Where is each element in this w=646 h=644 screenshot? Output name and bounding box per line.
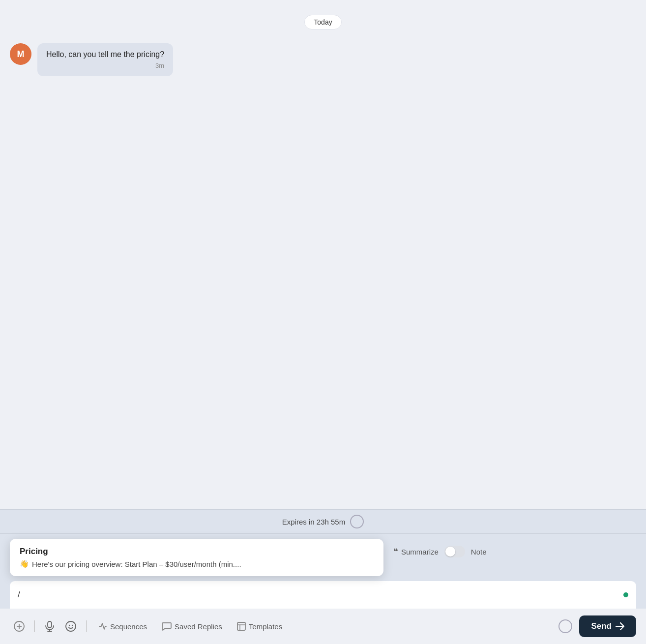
send-icon <box>616 622 624 630</box>
summarize-button[interactable]: ❝ Summarize <box>393 546 439 557</box>
expires-toggle[interactable] <box>350 515 364 528</box>
microphone-icon <box>45 621 55 632</box>
message-bubble: Hello, can you tell me the pricing? 3m <box>37 43 173 76</box>
send-button[interactable]: Send <box>579 615 636 637</box>
online-indicator <box>623 592 628 597</box>
message-time: 3m <box>46 62 164 69</box>
suggestion-text: Here's our pricing overview: Start Plan … <box>32 560 241 568</box>
sequences-label: Sequences <box>110 622 147 631</box>
templates-label: Templates <box>249 622 282 631</box>
date-badge: Today <box>304 15 341 29</box>
compose-input[interactable] <box>18 586 623 604</box>
saved-replies-icon <box>162 622 172 631</box>
svg-rect-3 <box>48 621 52 628</box>
svg-point-8 <box>72 625 73 626</box>
svg-point-6 <box>66 621 76 631</box>
toggle-knob <box>445 547 455 556</box>
templates-button[interactable]: Templates <box>231 618 288 635</box>
compose-inner <box>18 586 628 604</box>
expires-text: Expires in 23h 55m <box>282 518 345 526</box>
status-circle[interactable] <box>558 619 572 633</box>
toolbar-right: Send <box>558 615 636 637</box>
suggestion-emoji: 👋 <box>20 559 29 568</box>
emoji-icon <box>65 621 76 632</box>
divider-1 <box>34 620 35 632</box>
saved-replies-button[interactable]: Saved Replies <box>156 618 228 635</box>
chat-area: Today M Hello, can you tell me the prici… <box>0 0 646 509</box>
divider-2 <box>86 620 87 632</box>
suggestion-body: 👋 Here's our pricing overview: Start Pla… <box>20 559 374 568</box>
saved-replies-label: Saved Replies <box>175 622 222 631</box>
suggestion-popup[interactable]: Pricing 👋 Here's our pricing overview: S… <box>10 539 383 576</box>
suggestion-title: Pricing <box>20 547 374 556</box>
sequences-icon <box>98 622 107 631</box>
summarize-label: Summarize <box>401 548 439 556</box>
avatar: M <box>10 43 31 65</box>
bottom-panel: Expires in 23h 55m Pricing 👋 Here's our … <box>0 509 646 644</box>
plus-icon <box>14 621 25 632</box>
note-label: Note <box>471 548 487 556</box>
svg-rect-9 <box>237 622 245 630</box>
message-text: Hello, can you tell me the pricing? <box>46 50 164 59</box>
note-toggle[interactable] <box>444 546 465 557</box>
expires-bar: Expires in 23h 55m <box>0 510 646 534</box>
message-row: M Hello, can you tell me the pricing? 3m <box>10 43 636 76</box>
sequences-button[interactable]: Sequences <box>92 618 153 635</box>
emoji-button[interactable] <box>61 617 80 636</box>
send-label: Send <box>591 621 612 631</box>
add-button[interactable] <box>10 617 29 636</box>
svg-point-7 <box>69 625 70 626</box>
compose-box <box>10 581 636 609</box>
toolbar: Sequences Saved Replies Templates <box>0 609 646 644</box>
microphone-button[interactable] <box>41 617 59 636</box>
toolbar-left: Sequences Saved Replies Templates <box>10 617 558 636</box>
quote-icon: ❝ <box>393 546 398 557</box>
templates-icon <box>237 622 246 631</box>
